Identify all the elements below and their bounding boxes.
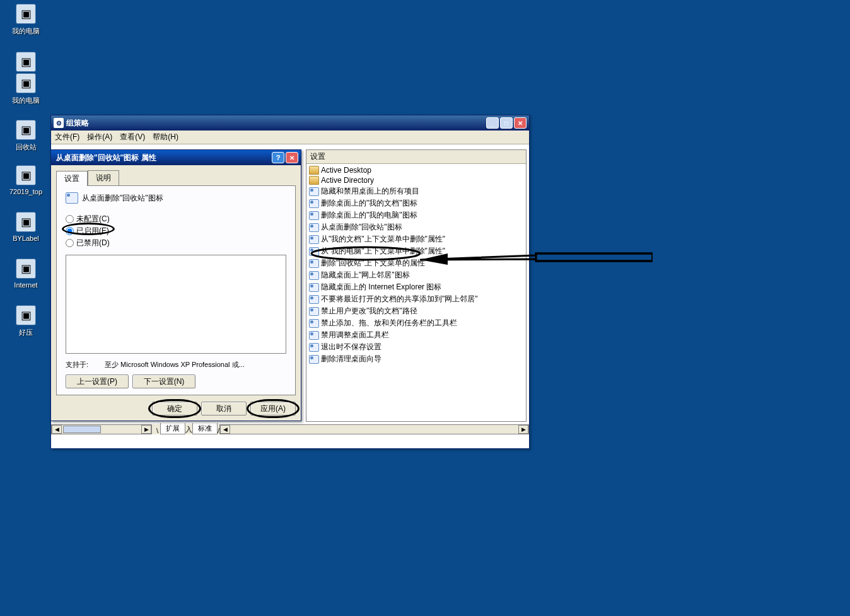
menu-action[interactable]: 操作(A) — [87, 132, 112, 142]
list-item[interactable]: Active Desktop — [308, 165, 525, 175]
list-item[interactable]: 从"我的电脑"上下文菜单中删除"属性" — [308, 245, 525, 257]
close-button[interactable]: ✕ — [286, 152, 298, 163]
list-item[interactable]: 删除桌面上的"我的电脑"图标 — [308, 209, 525, 221]
desktop-item-icon: ▣ — [16, 4, 36, 24]
gp-settings-panel: 设置 Active DesktopActive Directory隐藏和禁用桌面… — [306, 149, 527, 422]
prop-heading-text: 从桌面删除"回收站"图标 — [82, 193, 163, 204]
scroll-thumb[interactable] — [63, 426, 101, 433]
list-item[interactable]: Active Directory — [308, 175, 525, 185]
policy-icon — [309, 259, 319, 268]
desktop-icon-label: 72019_top — [4, 188, 48, 195]
prop-titlebar[interactable]: 从桌面删除"回收站"图标 属性 ? ✕ — [51, 150, 301, 165]
list-item-label: 禁止添加、拖、放和关闭任务栏的工具栏 — [321, 318, 457, 328]
previous-setting-button[interactable]: 上一设置(P) — [66, 375, 129, 388]
scroll-right-icon[interactable]: ▶ — [518, 425, 528, 434]
gp-settings-header: 设置 — [306, 150, 526, 164]
prop-description-box — [66, 255, 286, 354]
list-item[interactable]: 删除桌面上的"我的文档"图标 — [308, 197, 525, 209]
policy-icon — [309, 271, 319, 280]
list-item[interactable]: 退出时不保存设置 — [308, 341, 525, 353]
desktop-item-icon: ▣ — [16, 212, 36, 232]
list-item-label: 隐藏桌面上"网上邻居"图标 — [321, 270, 410, 281]
desktop-item-icon: ▣ — [16, 120, 36, 140]
radio-label: 已禁用(D) — [76, 238, 110, 248]
properties-dialog: 从桌面删除"回收站"图标 属性 ? ✕ 设置 说明 从桌面删除"回收站"图标 未… — [50, 149, 301, 421]
list-item-label: Active Directory — [321, 176, 374, 185]
list-item-label: 禁用调整桌面工具栏 — [321, 330, 389, 340]
radio-input[interactable] — [66, 239, 74, 247]
list-item-label: 删除"回收站"上下文菜单的属性 — [321, 258, 425, 269]
menu-file[interactable]: 文件(F) — [55, 132, 79, 142]
scroll-left-icon[interactable]: ◀ — [220, 425, 230, 434]
prop-heading: 从桌面删除"回收站"图标 — [66, 192, 286, 204]
desktop-item-icon: ▣ — [16, 73, 36, 93]
list-item[interactable]: 隐藏桌面上的 Internet Explorer 图标 — [308, 281, 525, 293]
radio-option[interactable]: 未配置(C) — [66, 214, 286, 224]
scroll-left-icon[interactable]: ◀ — [52, 425, 62, 434]
gp-titlebar[interactable]: ⚙ 组策略 _ □ ✕ — [51, 115, 529, 131]
policy-icon — [66, 192, 78, 204]
desktop-icon[interactable]: ▣ — [4, 52, 48, 74]
gp-right-scrollbar[interactable]: ◀ ▶ — [219, 424, 529, 434]
list-item-label: 隐藏桌面上的 Internet Explorer 图标 — [321, 282, 441, 293]
policy-icon — [309, 307, 319, 316]
policy-icon — [309, 319, 319, 328]
next-setting-button[interactable]: 下一设置(N) — [132, 375, 195, 388]
desktop-icon[interactable]: ▣我的电脑 — [4, 73, 48, 105]
gp-settings-list: Active DesktopActive Directory隐藏和禁用桌面上的所… — [306, 164, 526, 366]
desktop-icon[interactable]: ▣好压 — [4, 305, 48, 337]
scroll-right-icon[interactable]: ▶ — [141, 425, 151, 434]
desktop-icon[interactable]: ▣BYLabel — [4, 212, 48, 242]
list-item[interactable]: 从"我的文档"上下文菜单中删除"属性" — [308, 233, 525, 245]
list-item-label: 从桌面删除"回收站"图标 — [321, 222, 402, 233]
policy-icon — [309, 187, 319, 196]
radio-input[interactable] — [66, 215, 74, 223]
tab-standard[interactable]: 标准 — [192, 423, 218, 434]
radio-input[interactable] — [66, 227, 74, 235]
tab-explain[interactable]: 说明 — [88, 170, 119, 185]
policy-icon — [309, 283, 319, 292]
prop-title: 从桌面删除"回收站"图标 属性 — [56, 153, 272, 163]
list-item[interactable]: 禁止用户更改"我的文档"路径 — [308, 305, 525, 317]
close-button[interactable]: ✕ — [514, 117, 527, 129]
menu-help[interactable]: 帮助(H) — [153, 132, 178, 142]
desktop-icon[interactable]: ▣回收站 — [4, 120, 48, 152]
radio-label: 已启用(E) — [76, 226, 109, 236]
list-item[interactable]: 隐藏桌面上"网上邻居"图标 — [308, 269, 525, 281]
radio-option[interactable]: 已启用(E) — [66, 226, 286, 236]
list-item[interactable]: 删除"回收站"上下文菜单的属性 — [308, 257, 525, 269]
minimize-button[interactable]: _ — [486, 117, 499, 129]
list-item-label: 删除桌面上的"我的文档"图标 — [321, 198, 417, 209]
cancel-button[interactable]: 取消 — [201, 402, 247, 416]
list-item-label: Active Desktop — [321, 166, 371, 175]
policy-icon — [309, 199, 319, 208]
desktop-icon[interactable]: ▣72019_top — [4, 165, 48, 195]
gp-left-scrollbar[interactable]: ◀ ▶ — [51, 424, 152, 434]
list-item-label: 从"我的文档"上下文菜单中删除"属性" — [321, 234, 445, 245]
menu-view[interactable]: 查看(V) — [120, 132, 145, 142]
ok-button[interactable]: 确定 — [152, 402, 197, 416]
tab-settings[interactable]: 设置 — [56, 171, 88, 186]
gp-app-icon: ⚙ — [54, 118, 64, 128]
desktop-item-icon: ▣ — [16, 165, 36, 185]
list-item[interactable]: 删除清理桌面向导 — [308, 353, 525, 365]
radio-option[interactable]: 已禁用(D) — [66, 238, 286, 248]
gp-title: 组策略 — [66, 118, 486, 129]
list-item-label: 删除桌面上的"我的电脑"图标 — [321, 210, 417, 221]
list-item-label: 不要将最近打开的文档的共享添加到"网上邻居" — [321, 294, 478, 305]
list-item[interactable]: 禁用调整桌面工具栏 — [308, 329, 525, 341]
apply-button[interactable]: 应用(A) — [250, 402, 296, 416]
list-item[interactable]: 隐藏和禁用桌面上的所有项目 — [308, 185, 525, 197]
folder-icon — [309, 176, 319, 185]
help-button[interactable]: ? — [272, 152, 284, 163]
list-item[interactable]: 不要将最近打开的文档的共享添加到"网上邻居" — [308, 293, 525, 305]
tab-extended[interactable]: 扩展 — [160, 423, 185, 434]
desktop-icon[interactable]: ▣Internet — [4, 259, 48, 289]
policy-icon — [309, 295, 319, 304]
desktop-icon-label: 我的电脑 — [4, 26, 48, 36]
list-item[interactable]: 禁止添加、拖、放和关闭任务栏的工具栏 — [308, 317, 525, 329]
maximize-button[interactable]: □ — [500, 117, 513, 129]
policy-icon — [309, 343, 319, 352]
desktop-icon[interactable]: ▣我的电脑 — [4, 4, 48, 36]
list-item[interactable]: 从桌面删除"回收站"图标 — [308, 221, 525, 233]
